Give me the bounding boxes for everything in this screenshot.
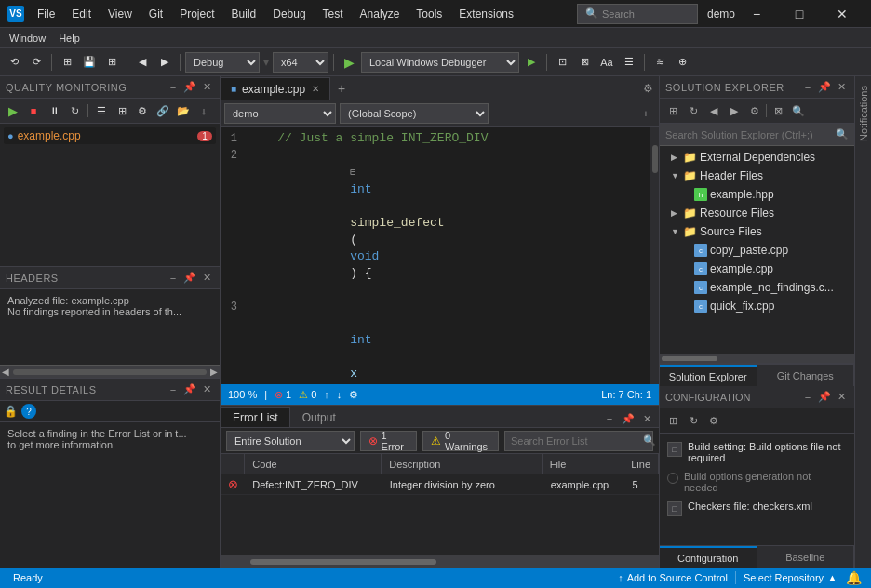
result-close[interactable]: ✕ <box>199 382 214 397</box>
tab-add-button[interactable]: + <box>330 77 353 100</box>
error-row-1[interactable]: ⊗ Defect:INT_ZERO_DIV Integer division b… <box>221 474 659 495</box>
tree-copypaste-cpp[interactable]: ▶ c copy_paste.cpp <box>660 241 854 260</box>
tree-example-hpp[interactable]: ▶ h example.hpp <box>660 185 854 204</box>
tree-example-nofindings[interactable]: ▶ c example_no_findings.c... <box>660 278 854 297</box>
toolbar-redo-btn[interactable]: ⟳ <box>26 52 47 73</box>
sol-pin[interactable]: 📌 <box>817 80 832 95</box>
toolbar-btn-extra4[interactable]: ☰ <box>619 52 639 73</box>
toolbar-back-btn[interactable]: ◀ <box>132 52 153 73</box>
config-pin[interactable]: 📌 <box>817 390 832 405</box>
quality-file-item[interactable]: ● example.cpp 1 <box>4 127 216 144</box>
debugger-select[interactable]: Local Windows Debugger <box>361 52 519 73</box>
quality-panel-btn1[interactable]: − <box>166 80 181 95</box>
col-header-file[interactable]: File <box>543 454 624 474</box>
solution-explorer-tab[interactable]: Solution Explorer <box>660 365 757 386</box>
status-ready[interactable]: Ready <box>7 568 48 588</box>
menu-project[interactable]: Project <box>172 4 221 24</box>
menu-edit[interactable]: Edit <box>64 4 99 24</box>
toolbar-btn-extra5[interactable]: ≋ <box>650 52 670 73</box>
et-add-btn[interactable]: + <box>636 104 655 123</box>
tab-close-btn[interactable]: ✕ <box>311 83 320 95</box>
result-btn1[interactable]: − <box>166 382 181 397</box>
editor-tab-example-cpp[interactable]: ■ example.cpp ✕ <box>221 77 330 100</box>
nav-down[interactable]: ↓ <box>337 389 342 400</box>
sol-tb-btn5[interactable]: ⚙ <box>745 101 764 120</box>
menu-file[interactable]: File <box>30 4 62 24</box>
status-gear[interactable]: ⚙ <box>349 389 358 401</box>
config-close[interactable]: ✕ <box>834 390 849 405</box>
arch-select[interactable]: x64 <box>273 52 328 73</box>
run-button[interactable]: ▶ <box>339 52 359 73</box>
toolbar-nav-btn[interactable]: ⊞ <box>57 52 77 73</box>
editor-scrollbar[interactable] <box>650 127 659 384</box>
minimize-button[interactable]: − <box>735 0 778 28</box>
menu-debug[interactable]: Debug <box>265 4 313 24</box>
help-icon[interactable]: ? <box>21 404 36 419</box>
qt-settings[interactable]: ⚙ <box>133 101 152 120</box>
toolbar-debug-btn[interactable]: ▶ <box>521 52 542 73</box>
error-panel-close[interactable]: ✕ <box>638 410 655 427</box>
qt-stop[interactable]: ■ <box>24 101 43 120</box>
tree-quickfix-cpp[interactable]: ▶ c quick_fix.cpp <box>660 297 854 315</box>
col-header-code[interactable]: Code <box>245 454 382 474</box>
qt-open[interactable]: 📂 <box>174 101 193 120</box>
warning-count-badge[interactable]: ⚠ 0 Warnings <box>422 431 499 451</box>
scope-select-1[interactable]: demo <box>224 103 336 124</box>
qt-filter[interactable]: ⊞ <box>113 101 131 120</box>
error-scrollbar[interactable] <box>221 555 659 568</box>
qt-play[interactable]: ▶ <box>4 101 22 120</box>
config-btn1[interactable]: − <box>800 390 815 405</box>
menu-window[interactable]: Window <box>4 31 51 46</box>
config-tb-btn2[interactable]: ↻ <box>684 411 703 430</box>
sol-search-input[interactable] <box>665 129 832 140</box>
menu-build[interactable]: Build <box>224 4 264 24</box>
configuration-tab[interactable]: Configuration <box>660 546 757 568</box>
git-changes-tab[interactable]: Git Changes <box>757 365 855 386</box>
sol-tb-btn1[interactable]: ⊞ <box>663 101 682 120</box>
sol-tb-btn7[interactable]: 🔍 <box>789 101 808 120</box>
tree-example-cpp[interactable]: ▶ c example.cpp <box>660 260 854 278</box>
menu-tools[interactable]: Tools <box>409 4 449 24</box>
col-header-line[interactable]: Line <box>623 454 659 474</box>
code-editor[interactable]: 1 // Just a simple INT_ZERO_DIV 2 ⊟ int … <box>221 127 659 384</box>
col-header-num[interactable] <box>221 454 245 474</box>
quality-panel-close[interactable]: ✕ <box>199 80 214 95</box>
qt-refresh[interactable]: ↻ <box>65 101 84 120</box>
toolbar-save-btn[interactable]: 💾 <box>79 52 100 73</box>
menu-git[interactable]: Git <box>141 4 170 24</box>
tree-header-files[interactable]: ▼ 📁 Header Files <box>660 167 854 185</box>
sol-btn1[interactable]: − <box>800 80 815 95</box>
headers-btn1[interactable]: − <box>166 271 181 286</box>
debug-config-select[interactable]: Debug <box>185 52 260 73</box>
error-panel-pin[interactable]: 📌 <box>620 410 636 427</box>
baseline-tab[interactable]: Baseline <box>757 546 855 568</box>
error-panel-btn1[interactable]: − <box>601 410 618 427</box>
toolbar-saveall-btn[interactable]: ⊞ <box>101 52 122 73</box>
qt-link[interactable]: 🔗 <box>154 101 172 120</box>
search-box[interactable]: 🔍 Search <box>577 4 698 24</box>
notifications-label[interactable]: Notifications <box>858 80 869 147</box>
toolbar-btn-extra3[interactable]: Aa <box>596 52 617 73</box>
quality-panel-pin[interactable]: 📌 <box>182 80 197 95</box>
hscroll-left[interactable]: ◀ <box>2 367 9 377</box>
close-button[interactable]: ✕ <box>821 0 864 28</box>
tree-external-deps[interactable]: ▶ 📁 External Dependencies <box>660 148 854 167</box>
menu-view[interactable]: View <box>100 4 140 24</box>
menu-extensions[interactable]: Extensions <box>451 4 521 24</box>
output-tab[interactable]: Output <box>290 407 348 427</box>
headers-pin[interactable]: 📌 <box>182 271 197 286</box>
sol-close[interactable]: ✕ <box>834 80 849 95</box>
config-tb-btn3[interactable]: ⚙ <box>704 411 723 430</box>
error-list-tab[interactable]: Error List <box>221 407 290 427</box>
col-header-desc[interactable]: Description <box>382 454 542 474</box>
config-tb-btn1[interactable]: ⊞ <box>663 411 682 430</box>
sol-tb-btn6[interactable]: ⊠ <box>769 101 787 120</box>
tree-resource-files[interactable]: ▶ 📁 Resource Files <box>660 204 854 222</box>
sol-scrollbar[interactable] <box>660 354 854 363</box>
maximize-button[interactable]: □ <box>778 0 821 28</box>
toolbar-btn-extra1[interactable]: ⊡ <box>552 52 572 73</box>
select-repo-btn[interactable]: Select Repository ▲ <box>738 568 843 588</box>
headers-close[interactable]: ✕ <box>199 271 214 286</box>
error-search-box[interactable]: 🔍 <box>504 431 653 451</box>
menu-test[interactable]: Test <box>315 4 351 24</box>
